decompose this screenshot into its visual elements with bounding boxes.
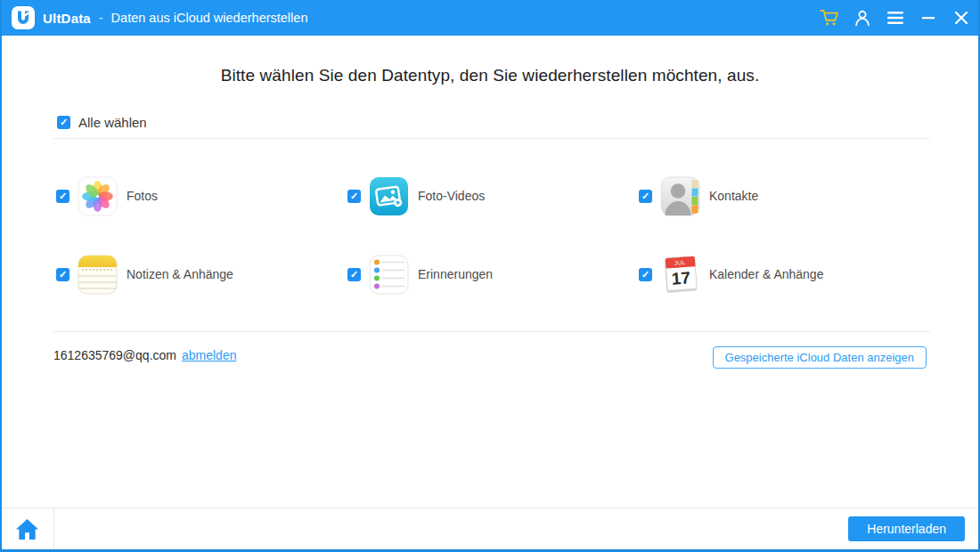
menu-icon[interactable]	[885, 5, 906, 30]
data-type-label: Fotos	[127, 189, 158, 203]
titlebar: UltData - Daten aus iCloud wiederherstel…	[0, 0, 980, 36]
ultdata-window: UltData - Daten aus iCloud wiederherstel…	[0, 0, 980, 552]
account-email: 1612635769@qq.com	[53, 348, 176, 362]
data-type-label: Kalender & Anhänge	[709, 267, 823, 281]
reminders-icon	[369, 255, 409, 295]
close-icon[interactable]	[951, 5, 972, 30]
data-type-label: Foto-Videos	[418, 189, 485, 203]
data-type-reminders[interactable]: Erinnerungen	[347, 235, 639, 313]
app-title: UltData	[43, 11, 91, 26]
select-all-row: Alle wählen	[57, 115, 147, 130]
select-all-checkbox[interactable]	[57, 116, 70, 129]
account-row: 1612635769@qq.comabmelden	[53, 348, 236, 362]
divider-top	[53, 138, 930, 139]
photos-icon	[78, 176, 118, 216]
photos-checkbox[interactable]	[56, 190, 69, 203]
contacts-icon	[660, 176, 700, 216]
title-separator: -	[99, 11, 103, 25]
data-type-label: Erinnerungen	[418, 267, 493, 281]
notes-icon	[78, 255, 118, 295]
footer-bar: Herunterladen	[0, 507, 980, 549]
data-type-calendar[interactable]: JUL 17 Kalender & Anhänge	[639, 235, 930, 313]
titlebar-controls	[819, 5, 980, 30]
page-heading: Bitte wählen Sie den Datentyp, den Sie w…	[0, 66, 980, 85]
data-type-label: Kontakte	[709, 189, 758, 203]
svg-text:JUL: JUL	[674, 258, 686, 265]
logout-link[interactable]: abmelden	[182, 348, 237, 362]
data-type-photos[interactable]: Fotos	[56, 157, 347, 235]
data-type-label: Notizen & Anhänge	[127, 267, 233, 281]
select-all-label: Alle wählen	[78, 115, 147, 130]
download-button[interactable]: Herunterladen	[848, 516, 965, 541]
home-button[interactable]	[0, 508, 54, 549]
svg-text:17: 17	[671, 268, 691, 288]
minimize-icon[interactable]	[918, 5, 939, 30]
page-title: Daten aus iCloud wiederherstellen	[111, 11, 308, 25]
calendar-icon: JUL 17	[660, 255, 700, 295]
cart-icon[interactable]	[819, 5, 840, 30]
photo-videos-icon	[369, 176, 409, 216]
divider-bottom	[53, 331, 930, 332]
calendar-checkbox[interactable]	[639, 268, 652, 281]
ultdata-logo-icon	[12, 6, 35, 29]
data-type-grid: Fotos Foto-Videos	[56, 157, 934, 313]
view-saved-icloud-data-button[interactable]: Gespeicherte iCloud Daten anzeigen	[713, 346, 927, 369]
user-icon[interactable]	[852, 5, 873, 30]
contacts-checkbox[interactable]	[639, 190, 652, 203]
data-type-contacts[interactable]: Kontakte	[639, 157, 930, 235]
photo-videos-checkbox[interactable]	[347, 190, 361, 203]
data-type-photo-videos[interactable]: Foto-Videos	[347, 157, 639, 235]
data-type-notes[interactable]: Notizen & Anhänge	[56, 235, 347, 313]
notes-checkbox[interactable]	[56, 268, 69, 281]
reminders-checkbox[interactable]	[347, 268, 361, 281]
home-icon	[15, 518, 39, 540]
